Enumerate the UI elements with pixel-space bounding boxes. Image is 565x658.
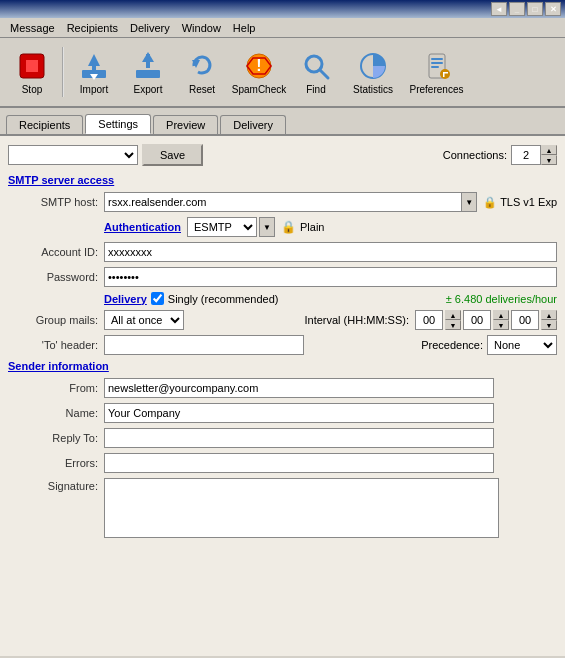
settings-panel: Save Connections: 2 ▲ ▼ SMTP server acce… — [0, 136, 565, 656]
tab-recipients[interactable]: Recipients — [6, 115, 83, 134]
delivery-singly-label: Singly (recommended) — [168, 293, 279, 305]
auth-plain-label: Plain — [300, 221, 324, 233]
precedence-label: Precedence: — [421, 339, 483, 351]
minimize-button[interactable]: _ — [509, 2, 525, 16]
statistics-icon — [357, 50, 389, 82]
delivery-row: Delivery Singly (recommended) ± 6.480 de… — [8, 292, 557, 305]
errors-input[interactable] — [104, 453, 494, 473]
interval-h-down[interactable]: ▼ — [445, 320, 461, 330]
name-row: Name: — [8, 403, 557, 423]
menu-bar: Message Recipients Delivery Window Help — [0, 18, 565, 38]
signature-textarea[interactable] — [104, 478, 499, 538]
svg-rect-4 — [92, 64, 96, 72]
import-icon — [78, 50, 110, 82]
interval-m-up[interactable]: ▲ — [493, 310, 509, 320]
connections-input[interactable]: 2 — [511, 145, 541, 165]
interval-s-down[interactable]: ▼ — [541, 320, 557, 330]
delivery-rate: ± 6.480 deliveries/hour — [446, 293, 557, 305]
svg-rect-18 — [431, 66, 439, 68]
smtp-section-link[interactable]: SMTP server access — [8, 174, 114, 186]
export-icon — [132, 50, 164, 82]
svg-rect-17 — [431, 62, 443, 64]
save-button[interactable]: Save — [142, 144, 203, 166]
smtp-host-label: SMTP host: — [8, 196, 98, 208]
interval-group: Interval (HH:MM:SS): ▲ ▼ ▲ ▼ ▲ ▼ — [304, 310, 557, 330]
interval-m-btns: ▲ ▼ — [493, 310, 509, 330]
auth-extra-btn[interactable]: ▼ — [259, 217, 275, 237]
interval-minutes[interactable] — [463, 310, 491, 330]
sender-section-link[interactable]: Sender information — [8, 360, 109, 372]
from-input[interactable] — [104, 378, 494, 398]
menu-message[interactable]: Message — [4, 20, 61, 36]
connections-label: Connections: — [443, 149, 507, 161]
tab-delivery[interactable]: Delivery — [220, 115, 286, 134]
toolbar-preferences[interactable]: Preferences — [404, 42, 469, 102]
group-mails-label: Group mails: — [8, 314, 98, 326]
smtp-section: SMTP server access — [8, 174, 557, 186]
statistics-label: Statistics — [353, 84, 393, 95]
interval-label: Interval (HH:MM:SS): — [304, 314, 409, 326]
reply-to-input[interactable] — [104, 428, 494, 448]
account-id-row: Account ID: — [8, 242, 557, 262]
auth-dropdown[interactable]: ESMTP SMTP None — [187, 217, 257, 237]
delivery-checkbox[interactable] — [151, 292, 164, 305]
toolbar-spamcheck[interactable]: ! SpamCheck — [230, 42, 288, 102]
menu-recipients[interactable]: Recipients — [61, 20, 124, 36]
smtp-host-row: SMTP host: ▼ 🔒 TLS v1 Exp — [8, 192, 557, 212]
toolbar-find[interactable]: Find — [290, 42, 342, 102]
connections-down[interactable]: ▼ — [541, 155, 557, 165]
svg-rect-1 — [26, 60, 38, 72]
menu-delivery[interactable]: Delivery — [124, 20, 176, 36]
interval-m-down[interactable]: ▼ — [493, 320, 509, 330]
profile-dropdown[interactable] — [8, 145, 138, 165]
smtp-host-dropdown[interactable]: ▼ — [461, 192, 477, 212]
group-mails-dropdown[interactable]: All at once Per batch Individually — [104, 310, 184, 330]
from-label: From: — [8, 382, 98, 394]
svg-rect-6 — [136, 70, 160, 78]
tab-bar: Recipients Settings Preview Delivery — [0, 108, 565, 136]
toolbar-import[interactable]: Import — [68, 42, 120, 102]
connections-up[interactable]: ▲ — [541, 145, 557, 155]
save-row: Save Connections: 2 ▲ ▼ — [8, 144, 557, 166]
auth-link[interactable]: Authentication — [104, 221, 181, 233]
interval-hours[interactable] — [415, 310, 443, 330]
connections-spinner-btns: ▲ ▼ — [541, 145, 557, 165]
account-id-input[interactable] — [104, 242, 557, 262]
precedence-dropdown[interactable]: None Bulk List Junk — [487, 335, 557, 355]
toolbar-stop[interactable]: Stop — [6, 42, 58, 102]
close-button[interactable]: ✕ — [545, 2, 561, 16]
interval-s-up[interactable]: ▲ — [541, 310, 557, 320]
svg-marker-8 — [142, 52, 154, 62]
svg-rect-21 — [443, 72, 448, 74]
tab-settings[interactable]: Settings — [85, 114, 151, 134]
account-id-label: Account ID: — [8, 246, 98, 258]
toolbar-export[interactable]: Export — [122, 42, 174, 102]
name-input[interactable] — [104, 403, 494, 423]
import-label: Import — [80, 84, 108, 95]
toolbar-reset[interactable]: Reset — [176, 42, 228, 102]
to-header-input[interactable] — [104, 335, 304, 355]
svg-line-13 — [320, 70, 328, 78]
back-button[interactable]: ◄ — [491, 2, 507, 16]
title-bar-buttons: ◄ _ □ ✕ — [491, 2, 561, 16]
delivery-link[interactable]: Delivery — [104, 293, 147, 305]
menu-window[interactable]: Window — [176, 20, 227, 36]
from-row: From: — [8, 378, 557, 398]
title-bar: ◄ _ □ ✕ — [0, 0, 565, 18]
interval-h-up[interactable]: ▲ — [445, 310, 461, 320]
toolbar-statistics[interactable]: Statistics — [344, 42, 402, 102]
maximize-button[interactable]: □ — [527, 2, 543, 16]
interval-seconds[interactable] — [511, 310, 539, 330]
stop-icon — [16, 50, 48, 82]
interval-s-btns: ▲ ▼ — [541, 310, 557, 330]
auth-row: Authentication ESMTP SMTP None ▼ 🔒 Plain — [8, 217, 557, 237]
menu-help[interactable]: Help — [227, 20, 262, 36]
smtp-host-input[interactable] — [104, 192, 461, 212]
smtp-host-combo: ▼ — [104, 192, 477, 212]
connections-spinner: 2 ▲ ▼ — [511, 145, 557, 165]
toolbar: Stop Import Export — [0, 38, 565, 108]
svg-rect-16 — [431, 58, 443, 60]
spamcheck-icon: ! — [243, 50, 275, 82]
password-input[interactable] — [104, 267, 557, 287]
tab-preview[interactable]: Preview — [153, 115, 218, 134]
